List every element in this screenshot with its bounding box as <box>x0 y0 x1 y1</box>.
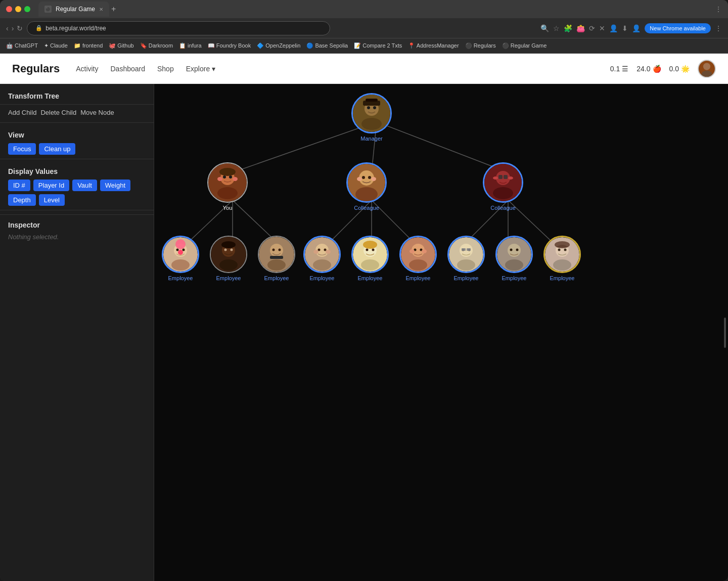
bookmarks-bar: 🤖 ChatGPT ✦ Claude 📁 frontend 🐙 Github 🔖… <box>0 38 728 54</box>
svg-point-91 <box>505 259 523 271</box>
emp2-label: Employee <box>216 275 241 281</box>
bookmark-chatgpt[interactable]: 🤖 ChatGPT <box>6 42 38 49</box>
bookmark-regulargame[interactable]: ⚫ Regular Game <box>502 42 547 49</box>
bookmark-frontend[interactable]: 📁 frontend <box>74 42 103 49</box>
tab-close-icon[interactable]: ✕ <box>99 7 103 12</box>
emp7-node[interactable]: Employee <box>447 236 485 281</box>
nav-buttons: ‹ › ↻ <box>6 24 23 32</box>
colleague2-label: Colleague <box>490 205 516 211</box>
chrome-menu-icon[interactable]: ⋮ <box>715 24 722 32</box>
svg-point-54 <box>231 249 233 251</box>
new-tab-button[interactable]: + <box>111 5 116 14</box>
bookmark-claude[interactable]: ✦ Claude <box>44 42 68 49</box>
nav-explore[interactable]: Explore ▾ <box>186 65 215 73</box>
browser-menu-icon[interactable]: ⋮ <box>715 5 722 13</box>
svg-point-66 <box>324 249 327 251</box>
svg-point-72 <box>366 249 369 251</box>
emp9-node[interactable]: Employee <box>543 236 581 281</box>
emp4-node[interactable]: Employee <box>303 236 341 281</box>
app-logo: Regulars <box>12 62 60 75</box>
tag-depth[interactable]: Depth <box>8 194 36 206</box>
svg-point-55 <box>221 241 236 248</box>
emp2-node[interactable]: Employee <box>210 236 247 281</box>
close-button[interactable] <box>6 6 12 12</box>
svg-point-41 <box>493 176 498 180</box>
minimize-button[interactable] <box>15 6 21 12</box>
colleague1-node[interactable]: Colleague <box>346 162 387 211</box>
maximize-button[interactable] <box>24 6 30 12</box>
bookmark-basesepolia[interactable]: 🔵 Base Sepolia <box>306 42 348 49</box>
svg-point-93 <box>516 249 519 251</box>
tag-level[interactable]: Level <box>39 194 65 206</box>
emp5-label: Employee <box>358 275 383 281</box>
extension-icon[interactable]: 🧩 <box>564 24 572 32</box>
svg-rect-20 <box>366 99 378 102</box>
back-button[interactable]: ‹ <box>6 24 9 32</box>
bookmark-github[interactable]: 🐙 Github <box>109 42 133 49</box>
emp7-label: Employee <box>454 275 479 281</box>
tag-weight[interactable]: Weight <box>100 180 130 191</box>
stat3-value: 0.0 <box>669 65 679 73</box>
emp3-node[interactable]: Employee <box>258 236 295 281</box>
nav-shop[interactable]: Shop <box>157 65 174 73</box>
svg-point-38 <box>493 187 513 199</box>
bookmark-compare[interactable]: 📝 Compare 2 Txts <box>354 42 402 49</box>
emp8-node[interactable]: Employee <box>495 236 533 281</box>
stat2-icon: 🍎 <box>653 65 661 73</box>
svg-point-64 <box>313 259 331 271</box>
stat2-value: 24.0 <box>636 65 650 73</box>
manager-node[interactable]: Manager <box>351 93 392 142</box>
bookmark-infura[interactable]: 📋 infura <box>179 42 202 49</box>
add-child-button[interactable]: Add Child <box>8 109 36 116</box>
nav-dashboard[interactable]: Dashboard <box>111 65 146 73</box>
traffic-lights <box>6 6 30 12</box>
address-input[interactable]: 🔒 beta.regular.world/tree <box>27 21 330 35</box>
zoom-icon[interactable]: 🔍 <box>540 24 549 32</box>
svg-rect-39 <box>498 175 503 179</box>
active-tab[interactable]: ⚫ Regular Game ✕ <box>38 2 109 17</box>
bookmark-regulars[interactable]: ⚫ Regulars <box>465 42 496 49</box>
tag-id[interactable]: ID # <box>8 180 30 191</box>
colleague2-node[interactable]: Colleague <box>483 162 523 211</box>
emp5-node[interactable]: Employee <box>351 236 389 281</box>
svg-point-0 <box>703 63 710 70</box>
url-text: beta.regular.world/tree <box>46 25 106 32</box>
svg-point-59 <box>272 249 275 251</box>
address-icons: 🔍 ☆ 🧩 👛 ⟳ ✕ 👤 ⬇ 👤 New Chrome available ⋮ <box>540 23 722 33</box>
focus-button[interactable]: Focus <box>8 143 36 155</box>
bookmark-addressmanager[interactable]: 📍 AddressManager <box>408 42 459 49</box>
cleanup-button[interactable]: Clean up <box>39 143 75 155</box>
svg-point-98 <box>564 249 567 251</box>
new-chrome-button[interactable]: New Chrome available <box>645 23 711 33</box>
refresh-button[interactable]: ↻ <box>17 24 23 32</box>
profile-icon[interactable]: 👤 <box>609 24 618 32</box>
user-avatar-icon[interactable]: 👤 <box>632 24 641 32</box>
bookmark-darkroom[interactable]: 🔖 Darkroom <box>140 42 173 49</box>
wallet-icon[interactable]: 👛 <box>576 24 585 32</box>
bookmark-openzeppelin[interactable]: 🔷 OpenZeppelin <box>257 42 300 49</box>
reload-icon[interactable]: ⟳ <box>589 24 595 32</box>
bookmark-foundry[interactable]: 📖 Foundry Book <box>208 42 251 49</box>
stat-third: 0.0 🌟 <box>669 65 690 73</box>
svg-point-33 <box>368 176 371 179</box>
forward-button[interactable]: › <box>12 24 14 32</box>
user-avatar[interactable] <box>698 60 716 78</box>
tag-vault[interactable]: Vault <box>72 180 97 191</box>
tag-playerid[interactable]: Player Id <box>33 180 69 191</box>
emp1-node[interactable]: Employee <box>162 236 199 281</box>
chevron-down-icon: ▾ <box>212 65 215 73</box>
scrollbar[interactable] <box>724 318 726 348</box>
transform-tree-title: Transform Tree <box>0 84 154 104</box>
bookmark-star-icon[interactable]: ☆ <box>553 24 560 32</box>
nav-activity[interactable]: Activity <box>76 65 98 73</box>
you-node[interactable]: You <box>207 162 248 211</box>
close-tab-icon[interactable]: ✕ <box>599 24 605 32</box>
svg-point-81 <box>422 249 427 253</box>
emp6-node[interactable]: Employee <box>399 236 437 281</box>
download-icon[interactable]: ⬇ <box>622 24 628 32</box>
display-tags: ID # Player Id Vault Weight Depth Level <box>8 180 146 206</box>
svg-point-84 <box>457 259 475 271</box>
stat1-icon: ☰ <box>622 65 628 73</box>
move-node-button[interactable]: Move Node <box>80 109 114 116</box>
delete-child-button[interactable]: Delete Child <box>40 109 76 116</box>
